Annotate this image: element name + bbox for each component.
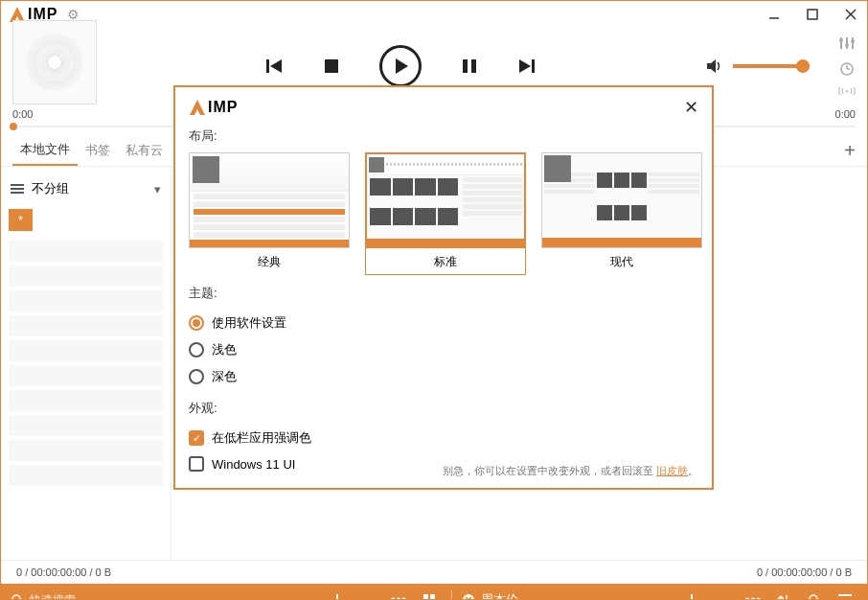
search-icon	[11, 593, 24, 600]
equalizer-icon[interactable]	[838, 35, 856, 51]
sidebar-list	[9, 241, 163, 486]
search-box	[11, 593, 164, 600]
layout-classic[interactable]: 经典	[189, 152, 350, 275]
search-input[interactable]	[30, 593, 145, 600]
list-item[interactable]	[9, 440, 163, 461]
tab-bookmarks[interactable]: 书签	[78, 136, 118, 165]
svg-point-37	[810, 595, 817, 600]
artist-name: 周杰伦	[481, 591, 518, 600]
list-item[interactable]	[9, 241, 163, 262]
theme-option-light[interactable]: 浅色	[189, 336, 698, 363]
theme-label-light: 浅色	[212, 341, 237, 358]
dialog-footer-text: 别急，你可以在设置中改变外观，或者回滚至	[443, 465, 653, 476]
window-controls	[765, 6, 859, 23]
artist-chip[interactable]: 周杰伦	[462, 591, 518, 600]
stop-button[interactable]	[322, 57, 341, 76]
layout-preview-modern	[541, 152, 702, 248]
old-skin-link[interactable]: 旧皮肤	[656, 465, 688, 476]
menu-button[interactable]	[833, 588, 857, 600]
theme-option-software[interactable]: 使用软件设置	[189, 310, 698, 336]
list-item[interactable]	[9, 415, 163, 436]
svg-rect-4	[266, 59, 269, 73]
appearance-accent-option[interactable]: ✓ 在低栏应用强调色	[189, 425, 698, 451]
time-current: 0:00	[12, 108, 33, 120]
list-item[interactable]	[9, 390, 163, 411]
more-button-2[interactable]: •••	[741, 588, 765, 600]
minimize-button[interactable]	[765, 6, 783, 23]
svg-rect-6	[463, 59, 468, 73]
svg-rect-28	[430, 594, 435, 599]
radio-icon	[189, 315, 204, 331]
grid-view-button[interactable]	[417, 588, 442, 600]
list-item[interactable]	[9, 465, 163, 486]
timer-icon[interactable]	[839, 60, 855, 76]
stats-left: 0 / 00:00:00:00 / 0 B	[16, 566, 111, 578]
radio-icon	[189, 369, 204, 384]
layout-options: 经典 标准 现代	[189, 152, 698, 275]
list-icon	[11, 183, 24, 195]
svg-point-13	[845, 43, 849, 47]
stats-right: 0 / 00:00:00:00 / 0 B	[757, 566, 852, 578]
search-button-2[interactable]	[802, 588, 827, 600]
layout-modern[interactable]: 现代	[541, 152, 702, 275]
album-art[interactable]	[12, 20, 97, 104]
volume-slider[interactable]	[733, 64, 810, 68]
layout-preview-standard	[365, 152, 526, 248]
next-button[interactable]	[517, 57, 537, 76]
sort-button[interactable]	[771, 588, 796, 600]
dialog-logo: IMP	[189, 99, 238, 116]
add-button[interactable]	[325, 588, 350, 600]
status-bar: 0 / 00:00:00:00 / 0 B 0 / 00:00:00:00 / …	[1, 560, 867, 584]
pause-button[interactable]	[460, 57, 479, 76]
radio-icon	[189, 342, 204, 358]
group-label: 不分组	[32, 180, 69, 197]
list-item[interactable]	[9, 365, 163, 386]
disc-icon	[26, 34, 83, 91]
layout-section-label: 布局:	[189, 127, 698, 145]
layout-standard[interactable]: 标准	[365, 152, 526, 275]
dialog-close-button[interactable]: ✕	[684, 97, 698, 118]
volume-icon[interactable]	[704, 57, 723, 76]
dialog-logo-text: IMP	[208, 99, 238, 116]
favorites-button[interactable]: *	[9, 209, 33, 231]
maximize-button[interactable]	[804, 6, 821, 23]
dialog-header: IMP ✕	[189, 97, 698, 118]
list-item[interactable]	[9, 265, 163, 287]
remove-button[interactable]	[355, 588, 380, 600]
close-button[interactable]	[842, 6, 859, 23]
checkbox-icon	[189, 456, 204, 472]
tab-private-cloud[interactable]: 私有云	[118, 136, 171, 165]
tab-local-files[interactable]: 本地文件	[12, 135, 78, 166]
svg-point-14	[851, 39, 855, 43]
theme-label-software: 使用软件设置	[212, 314, 286, 332]
add-tab-button[interactable]: +	[844, 140, 856, 162]
logo-icon	[189, 99, 206, 116]
svg-point-12	[839, 38, 843, 42]
list-item[interactable]	[9, 290, 163, 312]
remove-button-2[interactable]	[710, 588, 735, 600]
previous-button[interactable]	[264, 57, 284, 76]
add-button-2[interactable]	[679, 588, 704, 600]
bottom-toolbar: ••• 周杰伦 •••	[1, 584, 867, 600]
clear-artist-icon[interactable]	[462, 593, 475, 600]
theme-label-dark: 深色	[212, 368, 237, 385]
broadcast-icon[interactable]	[838, 85, 856, 97]
list-item[interactable]	[9, 315, 163, 336]
layout-standard-label: 标准	[365, 248, 526, 275]
dialog-footer-period: 。	[688, 465, 698, 476]
appearance-dialog: IMP ✕ 布局: 经典 标准	[173, 85, 714, 490]
svg-rect-27	[423, 594, 428, 599]
volume-control	[704, 35, 856, 97]
appearance-accent-label: 在低栏应用强调色	[212, 429, 311, 447]
list-item[interactable]	[9, 340, 163, 361]
layout-classic-label: 经典	[189, 248, 350, 274]
play-button[interactable]	[379, 45, 422, 87]
svg-rect-1	[808, 10, 817, 19]
more-button[interactable]: •••	[386, 588, 411, 600]
dialog-footer: 别急，你可以在设置中改变外观，或者回滚至 旧皮肤。	[443, 464, 698, 478]
group-selector[interactable]: 不分组 ▾	[9, 174, 163, 203]
svg-point-18	[846, 90, 849, 93]
svg-rect-5	[325, 59, 338, 73]
svg-rect-7	[471, 59, 476, 73]
theme-option-dark[interactable]: 深色	[189, 363, 698, 390]
